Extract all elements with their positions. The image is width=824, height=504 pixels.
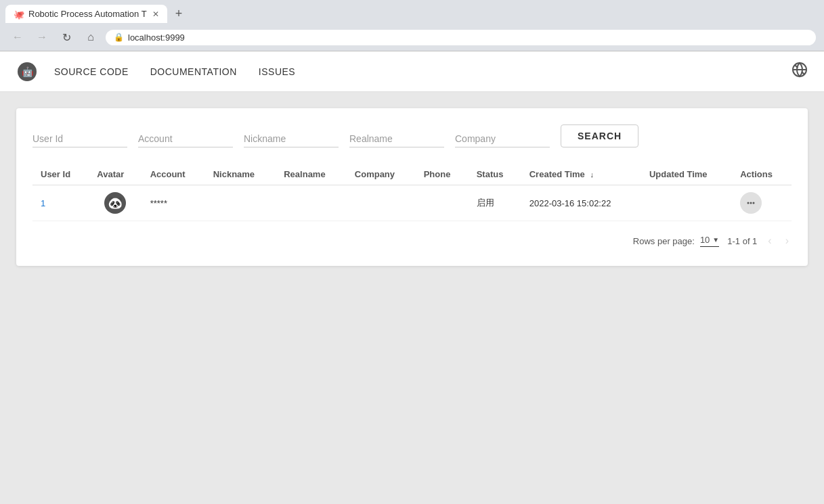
- app-nav: SOURCE CODE DOCUMENTATION ISSUES: [54, 64, 792, 80]
- col-header-realname: Realname: [276, 164, 347, 185]
- company-input[interactable]: [455, 131, 550, 147]
- lock-icon: 🔒: [114, 32, 124, 42]
- realname-input[interactable]: [349, 131, 444, 147]
- back-button[interactable]: ←: [8, 28, 27, 47]
- col-header-status: Status: [469, 164, 521, 185]
- col-header-actions: Actions: [732, 164, 792, 185]
- nickname-field: [244, 131, 339, 147]
- table-header: User Id Avatar Account Nickname Realname: [32, 164, 792, 185]
- app-logo-icon: 🤖: [16, 61, 38, 83]
- per-page-dropdown-icon: ▼: [712, 236, 719, 244]
- page-info: 1-1 of 1: [727, 236, 757, 246]
- cell-account: *****: [142, 185, 205, 221]
- address-bar: ← → ↻ ⌂ 🔒 localhost:9999: [0, 24, 824, 51]
- company-field: [455, 131, 550, 147]
- rows-per-page-label: Rows per page:: [633, 236, 695, 246]
- user-id-input[interactable]: [32, 131, 127, 147]
- browser-chrome: 🐙 Robotic Process Automation T ✕ + ← → ↻…: [0, 0, 824, 51]
- cell-status: 启用: [469, 185, 521, 221]
- nav-issues[interactable]: ISSUES: [259, 64, 295, 80]
- cell-phone: [416, 185, 469, 221]
- action-button[interactable]: [740, 192, 762, 214]
- nickname-input[interactable]: [244, 131, 339, 147]
- table-row: 1 🐼 ***** 启用 2022-03-16 15:02:22: [32, 185, 792, 221]
- col-header-user-id: User Id: [32, 164, 89, 185]
- user-id-field: [32, 131, 127, 147]
- cell-updated-time: [641, 185, 732, 221]
- user-table: User Id Avatar Account Nickname Realname: [32, 164, 792, 221]
- new-tab-button[interactable]: +: [170, 4, 188, 24]
- table-body: 1 🐼 ***** 启用 2022-03-16 15:02:22: [32, 185, 792, 221]
- cell-user-id: 1: [32, 185, 89, 221]
- col-header-phone: Phone: [416, 164, 469, 185]
- col-header-nickname: Nickname: [205, 164, 276, 185]
- tab-favicon: 🐙: [14, 9, 23, 19]
- next-page-button[interactable]: ›: [783, 232, 792, 250]
- user-table-card: SEARCH User Id Avatar Account Nickname: [16, 108, 808, 266]
- cell-created-time: 2022-03-16 15:02:22: [521, 185, 641, 221]
- prev-page-button[interactable]: ‹: [765, 232, 774, 250]
- cell-company: [347, 185, 416, 221]
- nav-documentation[interactable]: DOCUMENTATION: [150, 64, 237, 80]
- col-header-account: Account: [142, 164, 205, 185]
- per-page-value: 10: [700, 235, 710, 245]
- main-content: SEARCH User Id Avatar Account Nickname: [0, 92, 824, 282]
- active-tab[interactable]: 🐙 Robotic Process Automation T ✕: [5, 5, 167, 23]
- cell-actions: [732, 185, 792, 221]
- search-form: SEARCH: [32, 124, 792, 147]
- svg-text:🤖: 🤖: [22, 66, 34, 78]
- col-header-updated-time: Updated Time: [641, 164, 732, 185]
- home-button[interactable]: ⌂: [81, 28, 100, 47]
- avatar: 🐼: [104, 192, 126, 214]
- tab-bar: 🐙 Robotic Process Automation T ✕ +: [0, 0, 824, 24]
- cell-avatar: 🐼: [89, 185, 142, 221]
- tab-close-button[interactable]: ✕: [152, 9, 159, 19]
- forward-button[interactable]: →: [32, 28, 51, 47]
- reload-button[interactable]: ↻: [57, 28, 76, 47]
- header-row: User Id Avatar Account Nickname Realname: [32, 164, 792, 185]
- col-header-avatar: Avatar: [89, 164, 142, 185]
- cell-realname: [276, 185, 347, 221]
- col-header-company: Company: [347, 164, 416, 185]
- tab-title: Robotic Process Automation T: [28, 9, 147, 19]
- svg-point-2: [747, 202, 750, 204]
- user-id-link[interactable]: 1: [41, 198, 45, 208]
- account-input[interactable]: [138, 131, 233, 147]
- realname-field: [349, 131, 444, 147]
- url-text: localhost:9999: [128, 32, 185, 43]
- rows-per-page: Rows per page: 10 ▼: [633, 235, 719, 247]
- sort-desc-icon: ↓: [590, 170, 594, 179]
- language-icon[interactable]: [792, 62, 808, 81]
- svg-point-3: [750, 202, 752, 204]
- search-button[interactable]: SEARCH: [561, 124, 638, 147]
- pagination-row: Rows per page: 10 ▼ 1-1 of 1 ‹ ›: [32, 232, 792, 250]
- svg-point-4: [753, 202, 755, 204]
- per-page-select[interactable]: 10 ▼: [700, 235, 719, 247]
- nav-source-code[interactable]: SOURCE CODE: [54, 64, 129, 80]
- col-header-created-time[interactable]: Created Time ↓: [521, 164, 641, 185]
- url-bar[interactable]: 🔒 localhost:9999: [106, 30, 816, 45]
- account-field: [138, 131, 233, 147]
- cell-nickname: [205, 185, 276, 221]
- app-header: 🤖 SOURCE CODE DOCUMENTATION ISSUES: [0, 51, 824, 92]
